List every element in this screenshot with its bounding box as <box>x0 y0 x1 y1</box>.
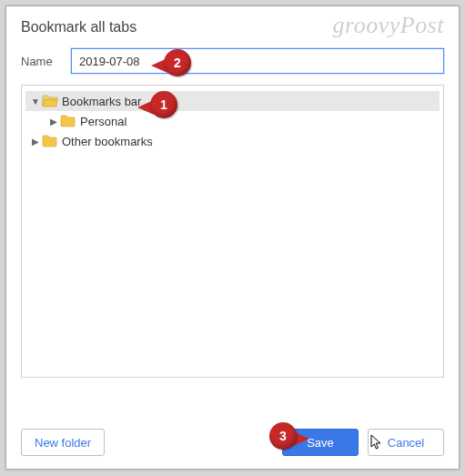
tree-item-label: Other bookmarks <box>62 135 153 148</box>
chevron-right-icon[interactable]: ▶ <box>47 116 60 127</box>
tree-item-other-bookmarks[interactable]: ▶ Other bookmarks <box>25 131 440 151</box>
name-input[interactable] <box>71 48 444 74</box>
chevron-right-icon[interactable]: ▶ <box>29 137 42 147</box>
bookmark-all-tabs-dialog: groovyPost Bookmark all tabs Name ▼ Book… <box>5 5 460 470</box>
folder-tree[interactable]: ▼ Bookmarks bar ▶ Personal ▶ Other bookm… <box>21 85 444 378</box>
tree-item-personal[interactable]: ▶ Personal <box>25 111 440 131</box>
save-button[interactable]: Save <box>282 429 359 456</box>
dialog-title: Bookmark all tabs <box>21 19 444 35</box>
chevron-down-icon[interactable]: ▼ <box>29 96 42 106</box>
name-row: Name <box>21 48 444 74</box>
folder-icon <box>42 135 58 147</box>
dialog-footer: New folder Save Cancel <box>21 429 444 456</box>
tree-item-label: Bookmarks bar <box>62 95 141 108</box>
cancel-button[interactable]: Cancel <box>368 429 444 456</box>
folder-open-icon <box>42 95 58 107</box>
name-label: Name <box>21 55 62 68</box>
tree-item-label: Personal <box>80 115 126 128</box>
tree-item-bookmarks-bar[interactable]: ▼ Bookmarks bar <box>25 91 440 111</box>
new-folder-button[interactable]: New folder <box>21 429 105 456</box>
folder-icon <box>60 115 76 127</box>
